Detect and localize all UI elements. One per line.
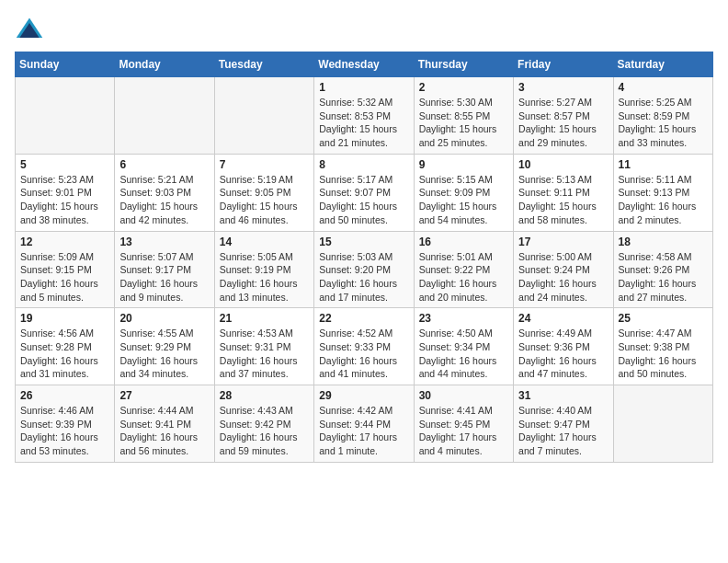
calendar-cell: 9Sunrise: 5:15 AM Sunset: 9:09 PM Daylig… — [414, 154, 513, 231]
calendar-cell: 25Sunrise: 4:47 AM Sunset: 9:38 PM Dayli… — [613, 308, 712, 385]
calendar-cell: 16Sunrise: 5:01 AM Sunset: 9:22 PM Dayli… — [414, 231, 513, 308]
weekday-header: Sunday — [16, 52, 115, 77]
day-number: 2 — [419, 81, 508, 94]
day-info: Sunrise: 5:30 AM Sunset: 8:55 PM Dayligh… — [419, 96, 508, 150]
day-number: 13 — [119, 236, 209, 248]
calendar-cell: 15Sunrise: 5:03 AM Sunset: 9:20 PM Dayli… — [314, 231, 414, 308]
day-info: Sunrise: 5:32 AM Sunset: 8:53 PM Dayligh… — [319, 96, 408, 150]
calendar-cell: 12Sunrise: 5:09 AM Sunset: 9:15 PM Dayli… — [16, 231, 115, 308]
day-info: Sunrise: 4:50 AM Sunset: 9:34 PM Dayligh… — [419, 327, 508, 381]
day-number: 1 — [319, 81, 408, 94]
calendar-cell: 31Sunrise: 4:40 AM Sunset: 9:47 PM Dayli… — [514, 385, 613, 463]
weekday-header: Thursday — [414, 52, 513, 77]
weekday-header: Tuesday — [214, 52, 313, 77]
day-number: 12 — [20, 236, 109, 248]
day-info: Sunrise: 4:43 AM Sunset: 9:42 PM Dayligh… — [220, 404, 309, 458]
calendar-cell — [115, 77, 214, 155]
day-number: 19 — [20, 312, 109, 325]
day-info: Sunrise: 4:44 AM Sunset: 9:41 PM Dayligh… — [119, 404, 209, 458]
weekday-row: SundayMondayTuesdayWednesdayThursdayFrid… — [16, 52, 713, 77]
day-number: 14 — [220, 236, 309, 248]
calendar-cell: 1Sunrise: 5:32 AM Sunset: 8:53 PM Daylig… — [314, 77, 414, 155]
calendar-cell: 8Sunrise: 5:17 AM Sunset: 9:07 PM Daylig… — [314, 154, 414, 231]
day-info: Sunrise: 5:25 AM Sunset: 8:59 PM Dayligh… — [619, 96, 708, 150]
day-number: 25 — [619, 312, 708, 325]
day-number: 3 — [518, 81, 608, 94]
day-number: 27 — [119, 389, 209, 402]
calendar-week-row: 19Sunrise: 4:56 AM Sunset: 9:28 PM Dayli… — [16, 308, 713, 385]
calendar-cell: 7Sunrise: 5:19 AM Sunset: 9:05 PM Daylig… — [214, 154, 313, 231]
day-number: 28 — [220, 389, 309, 402]
calendar-cell: 10Sunrise: 5:13 AM Sunset: 9:11 PM Dayli… — [514, 154, 613, 231]
calendar-cell: 21Sunrise: 4:53 AM Sunset: 9:31 PM Dayli… — [214, 308, 313, 385]
calendar-cell: 13Sunrise: 5:07 AM Sunset: 9:17 PM Dayli… — [115, 231, 214, 308]
day-number: 21 — [220, 312, 309, 325]
day-number: 24 — [518, 312, 608, 325]
day-info: Sunrise: 5:23 AM Sunset: 9:01 PM Dayligh… — [20, 173, 109, 227]
day-number: 20 — [119, 312, 209, 325]
day-info: Sunrise: 5:07 AM Sunset: 9:17 PM Dayligh… — [119, 250, 209, 304]
day-info: Sunrise: 4:42 AM Sunset: 9:44 PM Dayligh… — [319, 404, 408, 458]
day-number: 6 — [119, 158, 209, 171]
calendar-cell: 29Sunrise: 4:42 AM Sunset: 9:44 PM Dayli… — [314, 385, 414, 463]
calendar-week-row: 26Sunrise: 4:46 AM Sunset: 9:39 PM Dayli… — [16, 385, 713, 463]
calendar-cell: 27Sunrise: 4:44 AM Sunset: 9:41 PM Dayli… — [115, 385, 214, 463]
day-number: 26 — [20, 389, 109, 402]
calendar-cell: 19Sunrise: 4:56 AM Sunset: 9:28 PM Dayli… — [16, 308, 115, 385]
day-number: 18 — [619, 236, 708, 248]
calendar-cell: 28Sunrise: 4:43 AM Sunset: 9:42 PM Dayli… — [214, 385, 313, 463]
day-info: Sunrise: 5:19 AM Sunset: 9:05 PM Dayligh… — [220, 173, 309, 227]
calendar-cell: 4Sunrise: 5:25 AM Sunset: 8:59 PM Daylig… — [613, 77, 712, 155]
day-number: 5 — [20, 158, 109, 171]
calendar-cell: 6Sunrise: 5:21 AM Sunset: 9:03 PM Daylig… — [115, 154, 214, 231]
calendar-cell: 5Sunrise: 5:23 AM Sunset: 9:01 PM Daylig… — [16, 154, 115, 231]
calendar-week-row: 1Sunrise: 5:32 AM Sunset: 8:53 PM Daylig… — [16, 77, 713, 155]
weekday-header: Wednesday — [314, 52, 414, 77]
day-number: 31 — [518, 389, 608, 402]
day-number: 16 — [419, 236, 508, 248]
day-info: Sunrise: 5:15 AM Sunset: 9:09 PM Dayligh… — [419, 173, 508, 227]
day-info: Sunrise: 5:11 AM Sunset: 9:13 PM Dayligh… — [619, 173, 708, 227]
day-info: Sunrise: 4:58 AM Sunset: 9:26 PM Dayligh… — [619, 250, 708, 304]
calendar-cell: 3Sunrise: 5:27 AM Sunset: 8:57 PM Daylig… — [514, 77, 613, 155]
day-number: 30 — [419, 389, 508, 402]
day-info: Sunrise: 5:09 AM Sunset: 9:15 PM Dayligh… — [20, 250, 109, 304]
calendar-table: SundayMondayTuesdayWednesdayThursdayFrid… — [15, 52, 713, 463]
day-number: 17 — [518, 236, 608, 248]
calendar-cell — [613, 385, 712, 463]
calendar-cell: 22Sunrise: 4:52 AM Sunset: 9:33 PM Dayli… — [314, 308, 414, 385]
calendar-cell: 14Sunrise: 5:05 AM Sunset: 9:19 PM Dayli… — [214, 231, 313, 308]
calendar-cell — [214, 77, 313, 155]
day-number: 22 — [319, 312, 408, 325]
weekday-header: Monday — [115, 52, 214, 77]
calendar-cell: 11Sunrise: 5:11 AM Sunset: 9:13 PM Dayli… — [613, 154, 712, 231]
calendar-cell: 2Sunrise: 5:30 AM Sunset: 8:55 PM Daylig… — [414, 77, 513, 155]
logo-icon — [15, 15, 44, 44]
day-info: Sunrise: 5:21 AM Sunset: 9:03 PM Dayligh… — [119, 173, 209, 227]
calendar-week-row: 12Sunrise: 5:09 AM Sunset: 9:15 PM Dayli… — [16, 231, 713, 308]
day-number: 29 — [319, 389, 408, 402]
day-info: Sunrise: 4:49 AM Sunset: 9:36 PM Dayligh… — [518, 327, 608, 381]
day-info: Sunrise: 5:17 AM Sunset: 9:07 PM Dayligh… — [319, 173, 408, 227]
day-number: 9 — [419, 158, 508, 171]
calendar-cell: 23Sunrise: 4:50 AM Sunset: 9:34 PM Dayli… — [414, 308, 513, 385]
day-info: Sunrise: 4:41 AM Sunset: 9:45 PM Dayligh… — [419, 404, 508, 458]
day-number: 8 — [319, 158, 408, 171]
calendar-cell: 17Sunrise: 5:00 AM Sunset: 9:24 PM Dayli… — [514, 231, 613, 308]
calendar-header: SundayMondayTuesdayWednesdayThursdayFrid… — [16, 52, 713, 77]
day-info: Sunrise: 5:05 AM Sunset: 9:19 PM Dayligh… — [220, 250, 309, 304]
day-info: Sunrise: 5:27 AM Sunset: 8:57 PM Dayligh… — [518, 96, 608, 150]
day-info: Sunrise: 4:40 AM Sunset: 9:47 PM Dayligh… — [518, 404, 608, 458]
calendar-body: 1Sunrise: 5:32 AM Sunset: 8:53 PM Daylig… — [16, 77, 713, 463]
day-number: 4 — [619, 81, 708, 94]
logo — [15, 15, 48, 44]
calendar-cell: 26Sunrise: 4:46 AM Sunset: 9:39 PM Dayli… — [16, 385, 115, 463]
day-info: Sunrise: 4:53 AM Sunset: 9:31 PM Dayligh… — [220, 327, 309, 381]
day-info: Sunrise: 4:46 AM Sunset: 9:39 PM Dayligh… — [20, 404, 109, 458]
day-info: Sunrise: 4:55 AM Sunset: 9:29 PM Dayligh… — [119, 327, 209, 381]
day-number: 23 — [419, 312, 508, 325]
day-info: Sunrise: 4:47 AM Sunset: 9:38 PM Dayligh… — [619, 327, 708, 381]
weekday-header: Friday — [514, 52, 613, 77]
calendar-cell: 30Sunrise: 4:41 AM Sunset: 9:45 PM Dayli… — [414, 385, 513, 463]
calendar-week-row: 5Sunrise: 5:23 AM Sunset: 9:01 PM Daylig… — [16, 154, 713, 231]
